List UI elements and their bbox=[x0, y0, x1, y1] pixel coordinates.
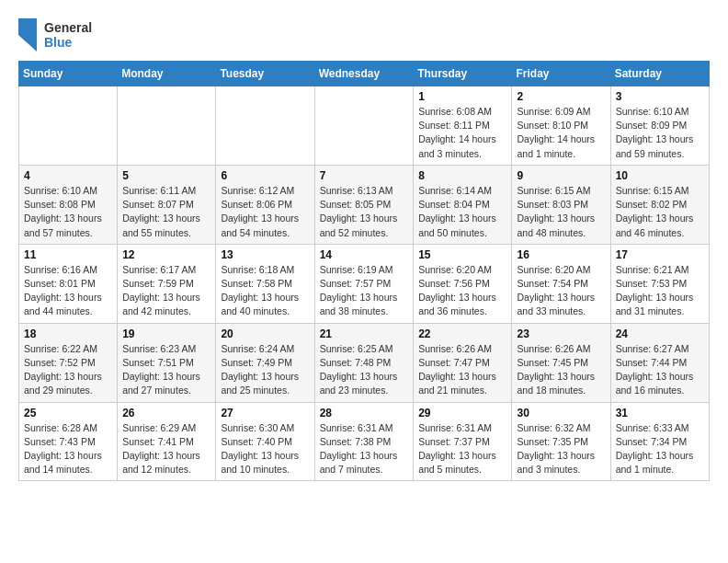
day-number: 6 bbox=[221, 169, 309, 182]
day-info: Sunrise: 6:22 AM Sunset: 7:52 PM Dayligh… bbox=[24, 342, 112, 398]
calendar-cell bbox=[216, 86, 314, 166]
day-number: 5 bbox=[122, 169, 210, 182]
day-info: Sunrise: 6:25 AM Sunset: 7:48 PM Dayligh… bbox=[320, 342, 409, 398]
day-info: Sunrise: 6:23 AM Sunset: 7:51 PM Dayligh… bbox=[122, 342, 210, 398]
day-number: 13 bbox=[221, 248, 309, 261]
logo: GeneralBlue bbox=[18, 18, 92, 52]
calendar-cell: 2Sunrise: 6:09 AM Sunset: 8:10 PM Daylig… bbox=[512, 86, 610, 166]
calendar-cell bbox=[118, 86, 216, 166]
day-number: 25 bbox=[24, 407, 112, 419]
day-number: 27 bbox=[221, 407, 309, 419]
weekday-header-saturday: Saturday bbox=[610, 62, 709, 86]
day-info: Sunrise: 6:29 AM Sunset: 7:41 PM Dayligh… bbox=[122, 421, 210, 477]
day-number: 1 bbox=[418, 90, 506, 103]
day-info: Sunrise: 6:19 AM Sunset: 7:57 PM Dayligh… bbox=[320, 263, 409, 319]
day-info: Sunrise: 6:26 AM Sunset: 7:47 PM Dayligh… bbox=[418, 342, 506, 398]
calendar-cell: 1Sunrise: 6:08 AM Sunset: 8:11 PM Daylig… bbox=[414, 86, 512, 166]
day-info: Sunrise: 6:20 AM Sunset: 7:54 PM Dayligh… bbox=[517, 263, 605, 319]
day-number: 10 bbox=[616, 169, 704, 182]
calendar-cell: 13Sunrise: 6:18 AM Sunset: 7:58 PM Dayli… bbox=[216, 244, 314, 323]
calendar-cell: 8Sunrise: 6:14 AM Sunset: 8:04 PM Daylig… bbox=[414, 165, 512, 244]
calendar-week-2: 4Sunrise: 6:10 AM Sunset: 8:08 PM Daylig… bbox=[19, 165, 710, 244]
day-number: 17 bbox=[616, 248, 704, 261]
weekday-header-row: SundayMondayTuesdayWednesdayThursdayFrid… bbox=[19, 62, 710, 86]
day-number: 19 bbox=[122, 327, 210, 340]
day-info: Sunrise: 6:10 AM Sunset: 8:08 PM Dayligh… bbox=[24, 184, 112, 240]
calendar-cell: 4Sunrise: 6:10 AM Sunset: 8:08 PM Daylig… bbox=[19, 165, 118, 244]
page-header: GeneralBlue bbox=[18, 18, 710, 52]
weekday-header-sunday: Sunday bbox=[19, 62, 118, 86]
day-number: 18 bbox=[24, 327, 112, 340]
calendar-week-1: 1Sunrise: 6:08 AM Sunset: 8:11 PM Daylig… bbox=[19, 86, 710, 166]
calendar-cell: 7Sunrise: 6:13 AM Sunset: 8:05 PM Daylig… bbox=[314, 165, 414, 244]
day-info: Sunrise: 6:32 AM Sunset: 7:35 PM Dayligh… bbox=[517, 421, 605, 477]
logo-general-text: General bbox=[44, 20, 92, 35]
calendar-cell: 15Sunrise: 6:20 AM Sunset: 7:56 PM Dayli… bbox=[414, 244, 512, 323]
calendar-cell: 10Sunrise: 6:15 AM Sunset: 8:02 PM Dayli… bbox=[610, 165, 709, 244]
calendar-cell: 11Sunrise: 6:16 AM Sunset: 8:01 PM Dayli… bbox=[19, 244, 118, 323]
day-number: 24 bbox=[616, 327, 704, 340]
day-number: 12 bbox=[122, 248, 210, 261]
day-number: 20 bbox=[221, 327, 309, 340]
calendar-cell: 29Sunrise: 6:31 AM Sunset: 7:37 PM Dayli… bbox=[414, 402, 512, 481]
calendar-cell: 22Sunrise: 6:26 AM Sunset: 7:47 PM Dayli… bbox=[414, 323, 512, 402]
weekday-header-thursday: Thursday bbox=[414, 62, 512, 86]
weekday-header-monday: Monday bbox=[118, 62, 216, 86]
day-info: Sunrise: 6:12 AM Sunset: 8:06 PM Dayligh… bbox=[221, 184, 309, 240]
day-info: Sunrise: 6:27 AM Sunset: 7:44 PM Dayligh… bbox=[616, 342, 704, 398]
day-info: Sunrise: 6:33 AM Sunset: 7:34 PM Dayligh… bbox=[616, 421, 704, 477]
calendar-cell: 19Sunrise: 6:23 AM Sunset: 7:51 PM Dayli… bbox=[118, 323, 216, 402]
calendar-week-5: 25Sunrise: 6:28 AM Sunset: 7:43 PM Dayli… bbox=[19, 402, 710, 481]
day-info: Sunrise: 6:26 AM Sunset: 7:45 PM Dayligh… bbox=[517, 342, 605, 398]
calendar-cell: 25Sunrise: 6:28 AM Sunset: 7:43 PM Dayli… bbox=[19, 402, 118, 481]
day-info: Sunrise: 6:15 AM Sunset: 8:02 PM Dayligh… bbox=[616, 184, 704, 240]
day-number: 3 bbox=[616, 90, 704, 103]
calendar-cell: 12Sunrise: 6:17 AM Sunset: 7:59 PM Dayli… bbox=[118, 244, 216, 323]
day-info: Sunrise: 6:28 AM Sunset: 7:43 PM Dayligh… bbox=[24, 421, 112, 477]
calendar-cell bbox=[19, 86, 118, 166]
day-info: Sunrise: 6:13 AM Sunset: 8:05 PM Dayligh… bbox=[320, 184, 409, 240]
day-info: Sunrise: 6:10 AM Sunset: 8:09 PM Dayligh… bbox=[616, 105, 704, 161]
calendar-cell: 16Sunrise: 6:20 AM Sunset: 7:54 PM Dayli… bbox=[512, 244, 610, 323]
day-info: Sunrise: 6:11 AM Sunset: 8:07 PM Dayligh… bbox=[122, 184, 210, 240]
calendar-cell: 18Sunrise: 6:22 AM Sunset: 7:52 PM Dayli… bbox=[19, 323, 118, 402]
weekday-header-tuesday: Tuesday bbox=[216, 62, 314, 86]
svg-marker-0 bbox=[18, 18, 37, 52]
calendar-cell: 28Sunrise: 6:31 AM Sunset: 7:38 PM Dayli… bbox=[314, 402, 414, 481]
calendar-cell: 6Sunrise: 6:12 AM Sunset: 8:06 PM Daylig… bbox=[216, 165, 314, 244]
day-info: Sunrise: 6:30 AM Sunset: 7:40 PM Dayligh… bbox=[221, 421, 309, 477]
day-number: 8 bbox=[418, 169, 506, 182]
calendar-week-3: 11Sunrise: 6:16 AM Sunset: 8:01 PM Dayli… bbox=[19, 244, 710, 323]
weekday-header-wednesday: Wednesday bbox=[314, 62, 414, 86]
calendar-cell: 31Sunrise: 6:33 AM Sunset: 7:34 PM Dayli… bbox=[610, 402, 709, 481]
weekday-header-friday: Friday bbox=[512, 62, 610, 86]
calendar-cell: 24Sunrise: 6:27 AM Sunset: 7:44 PM Dayli… bbox=[610, 323, 709, 402]
day-info: Sunrise: 6:31 AM Sunset: 7:38 PM Dayligh… bbox=[320, 421, 409, 477]
calendar-cell bbox=[314, 86, 414, 166]
day-info: Sunrise: 6:21 AM Sunset: 7:53 PM Dayligh… bbox=[616, 263, 704, 319]
day-number: 9 bbox=[517, 169, 605, 182]
day-number: 22 bbox=[418, 327, 506, 340]
calendar-table: SundayMondayTuesdayWednesdayThursdayFrid… bbox=[18, 61, 710, 481]
calendar-cell: 30Sunrise: 6:32 AM Sunset: 7:35 PM Dayli… bbox=[512, 402, 610, 481]
calendar-cell: 20Sunrise: 6:24 AM Sunset: 7:49 PM Dayli… bbox=[216, 323, 314, 402]
day-info: Sunrise: 6:14 AM Sunset: 8:04 PM Dayligh… bbox=[418, 184, 506, 240]
day-number: 23 bbox=[517, 327, 605, 340]
day-number: 2 bbox=[517, 90, 605, 103]
calendar-cell: 14Sunrise: 6:19 AM Sunset: 7:57 PM Dayli… bbox=[314, 244, 414, 323]
day-number: 7 bbox=[320, 169, 409, 182]
calendar-cell: 23Sunrise: 6:26 AM Sunset: 7:45 PM Dayli… bbox=[512, 323, 610, 402]
day-number: 16 bbox=[517, 248, 605, 261]
calendar-cell: 5Sunrise: 6:11 AM Sunset: 8:07 PM Daylig… bbox=[118, 165, 216, 244]
day-info: Sunrise: 6:24 AM Sunset: 7:49 PM Dayligh… bbox=[221, 342, 309, 398]
day-number: 31 bbox=[616, 407, 704, 419]
calendar-cell: 26Sunrise: 6:29 AM Sunset: 7:41 PM Dayli… bbox=[118, 402, 216, 481]
day-info: Sunrise: 6:17 AM Sunset: 7:59 PM Dayligh… bbox=[122, 263, 210, 319]
day-info: Sunrise: 6:31 AM Sunset: 7:37 PM Dayligh… bbox=[418, 421, 506, 477]
day-info: Sunrise: 6:09 AM Sunset: 8:10 PM Dayligh… bbox=[517, 105, 605, 161]
day-info: Sunrise: 6:16 AM Sunset: 8:01 PM Dayligh… bbox=[24, 263, 112, 319]
calendar-cell: 17Sunrise: 6:21 AM Sunset: 7:53 PM Dayli… bbox=[610, 244, 709, 323]
day-info: Sunrise: 6:08 AM Sunset: 8:11 PM Dayligh… bbox=[418, 105, 506, 161]
day-number: 30 bbox=[517, 407, 605, 419]
day-number: 4 bbox=[24, 169, 112, 182]
